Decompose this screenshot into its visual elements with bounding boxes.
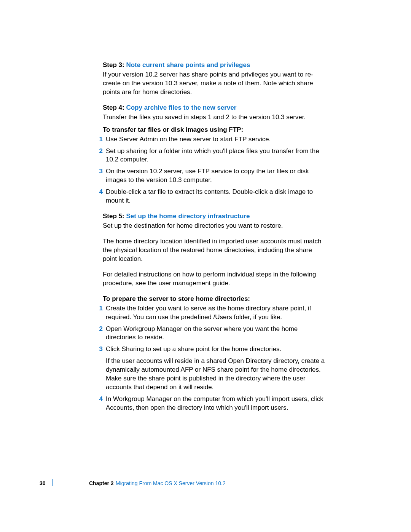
step5-p3: For detailed instructions on how to perf… <box>103 270 325 288</box>
page: Step 3: Note current share points and pr… <box>0 0 411 532</box>
step5-subhead: To prepare the server to store home dire… <box>103 295 325 304</box>
step4-list: 1 Use Server Admin on the new server to … <box>103 135 325 206</box>
list-body: Open Workgroup Manager on the server whe… <box>106 325 325 342</box>
step4-heading: Step 4: Copy archive files to the new se… <box>103 104 325 112</box>
list-item: 3 On the version 10.2 server, use FTP se… <box>103 167 325 185</box>
list-item: 4 Double-click a tar file to extract its… <box>103 188 325 205</box>
list-item: 2 Open Workgroup Manager on the server w… <box>103 325 325 342</box>
list-number: 1 <box>95 304 106 313</box>
list-number: 4 <box>95 395 106 404</box>
list-number: 3 <box>95 167 106 176</box>
step5-heading: Step 5: Set up the home directory infras… <box>103 212 325 221</box>
step4-subhead: To transfer tar files or disk images usi… <box>103 126 325 134</box>
list-number: 2 <box>95 325 106 334</box>
list-body: Create the folder you want to serve as t… <box>106 304 325 322</box>
step3-title: Note current share points and privileges <box>126 61 250 69</box>
list-number: 1 <box>95 135 106 144</box>
step5-p1: Set up the destination for home director… <box>103 222 325 230</box>
footer: 30 Chapter 2 Migrating From Mac OS X Ser… <box>40 483 411 498</box>
list-item: 1 Use Server Admin on the new server to … <box>103 135 325 144</box>
page-number: 30 <box>40 480 46 487</box>
step5-title: Set up the home directory infrastructure <box>126 212 250 220</box>
list-body: Double-click a tar file to extract its c… <box>106 188 325 205</box>
list-number: 4 <box>95 188 106 197</box>
list-item: 1 Create the folder you want to serve as… <box>103 304 325 322</box>
list-number: 3 <box>95 345 106 354</box>
list-body: On the version 10.2 server, use FTP serv… <box>106 167 325 185</box>
footer-title: Migrating From Mac OS X Server Version 1… <box>116 480 226 487</box>
step3-heading: Step 3: Note current share points and pr… <box>103 61 325 70</box>
list-extra: If the user accounts will reside in a sh… <box>106 357 325 392</box>
list-item: 3 Click Sharing to set up a share point … <box>103 345 325 392</box>
list-item: 2 Set up sharing for a folder into which… <box>103 147 325 165</box>
footer-divider <box>52 479 53 486</box>
step4-label: Step 4: <box>103 104 124 111</box>
step4-title: Copy archive files to the new server <box>126 104 236 111</box>
list-text: Click Sharing to set up a share point fo… <box>106 345 325 354</box>
step5-label: Step 5: <box>103 212 124 220</box>
step4-body: Transfer the files you saved in steps 1 … <box>103 113 325 122</box>
step5-p2: The home directory location identified i… <box>103 237 325 264</box>
step3-body: If your version 10.2 server has share po… <box>103 70 325 97</box>
list-number: 2 <box>95 147 106 156</box>
step5-list: 1 Create the folder you want to serve as… <box>103 304 325 412</box>
list-body: Click Sharing to set up a share point fo… <box>106 345 325 392</box>
list-body: Set up sharing for a folder into which y… <box>106 147 325 165</box>
content-column: Step 3: Note current share points and pr… <box>103 61 325 419</box>
list-item: 4 In Workgroup Manager on the computer f… <box>103 395 325 412</box>
list-body: In Workgroup Manager on the computer fro… <box>106 395 325 412</box>
step3-label: Step 3: <box>103 61 124 69</box>
footer-chapter: Chapter 2 <box>89 480 114 487</box>
list-body: Use Server Admin on the new server to st… <box>106 135 325 144</box>
